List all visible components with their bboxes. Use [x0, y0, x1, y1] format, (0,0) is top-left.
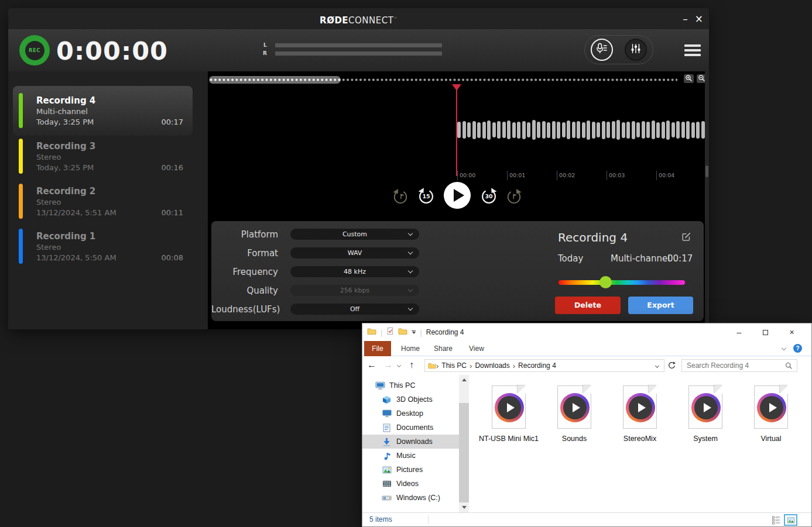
sidebar-item-videos[interactable]: Videos — [362, 477, 459, 491]
sidebar-item-label: Music — [396, 452, 416, 460]
breadcrumb[interactable]: › This PC › Downloads › Recording 4 — [424, 359, 664, 372]
waveform-minimap-viewport[interactable] — [209, 76, 341, 84]
explorer-close-button[interactable]: × — [779, 323, 805, 341]
back-button[interactable]: ← — [367, 360, 376, 370]
status-separator — [428, 515, 429, 524]
faders-icon — [630, 43, 642, 57]
ribbon-collapse-icon[interactable] — [782, 346, 786, 350]
breadcrumb-downloads[interactable]: Downloads — [472, 361, 512, 370]
file-item[interactable]: System — [675, 385, 736, 444]
format-dropdown[interactable]: WAV — [290, 247, 419, 259]
rewind-15-button[interactable]: 15 — [416, 185, 436, 205]
help-button[interactable]: ? — [793, 344, 802, 353]
hamburger-icon — [684, 44, 701, 47]
scroll-up-button[interactable] — [459, 375, 469, 385]
timeline-tick — [457, 171, 458, 180]
sidebar-item-label: Documents — [396, 423, 433, 432]
explorer-minimize-button[interactable]: – — [726, 323, 752, 341]
recording-duration: 00:16 — [162, 163, 183, 172]
recording-list-item[interactable]: Recording 4 Multi-channel Today, 3:25 PM… — [13, 86, 193, 136]
recording-list-item[interactable]: Recording 3 Stereo Today, 3:25 PM 00:16 — [13, 132, 193, 178]
rode-close-button[interactable]: × — [695, 14, 703, 24]
sidebar-item-music[interactable]: Music — [362, 449, 459, 463]
mic-channels-button[interactable] — [591, 39, 613, 61]
menu-button[interactable] — [684, 44, 701, 58]
explorer-maximize-button[interactable] — [752, 323, 779, 341]
timeline-tick — [557, 171, 557, 180]
picture-icon — [382, 466, 392, 474]
thumbnail-view-button[interactable] — [784, 514, 797, 526]
sidebar-item-label: Downloads — [396, 438, 433, 446]
scrollbar-thumb[interactable] — [459, 403, 469, 502]
forward-button: → — [383, 360, 393, 370]
sidebar-item-documents[interactable]: Documents — [362, 421, 459, 435]
recording-color-bar — [19, 93, 23, 128]
level-meter-left — [275, 43, 442, 47]
play-button[interactable] — [444, 182, 471, 209]
thumbnail-view-icon — [787, 517, 795, 523]
sidebar-item-pictures[interactable]: Pictures — [362, 463, 459, 477]
file-name: Virtual — [741, 435, 801, 444]
address-dropdown-icon[interactable] — [655, 363, 659, 367]
history-chevron-icon[interactable] — [397, 363, 401, 367]
frequency-dropdown[interactable]: 48 kHz — [290, 266, 419, 277]
sidebar-item-this-pc[interactable]: This PC — [362, 378, 459, 392]
zoom-in-icon — [685, 73, 693, 84]
platform-dropdown[interactable]: Custom — [290, 229, 419, 240]
maximize-icon — [763, 330, 768, 335]
tab-view[interactable]: View — [469, 341, 484, 356]
sidebar-item-3d-objects[interactable]: 3D Objects — [362, 392, 459, 407]
up-button[interactable]: ↑ — [409, 360, 414, 370]
platform-value: Custom — [290, 229, 419, 240]
skip-to-start-button[interactable] — [391, 187, 410, 205]
recording-channel: Stereo — [36, 243, 61, 252]
toolbar-separator: | — [381, 328, 382, 337]
folder-icon — [367, 327, 376, 337]
zoom-in-button[interactable] — [684, 74, 694, 83]
play-badge-icon — [757, 393, 786, 422]
file-item[interactable]: StereoMix — [609, 385, 670, 444]
scroll-down-button[interactable] — [459, 502, 469, 512]
sidebar-item-desktop[interactable]: Desktop — [362, 407, 459, 421]
rename-button[interactable] — [681, 232, 691, 242]
play-badge-icon — [560, 393, 590, 422]
rode-logo-light: CONNECT — [348, 15, 393, 26]
file-item[interactable]: Virtual — [741, 385, 801, 444]
breadcrumb-this-pc[interactable]: This PC — [438, 361, 470, 370]
recording-list-item[interactable]: Recording 2 Stereo 13/12/2024, 5:51 AM 0… — [13, 177, 193, 223]
loudness-dropdown[interactable]: Off — [290, 304, 419, 315]
wave-scrollbar-thumb[interactable] — [705, 166, 708, 177]
search-input[interactable]: Search Recording 4 — [681, 359, 797, 372]
sidebar-item-label: Pictures — [396, 466, 423, 474]
sidebar-scrollbar[interactable] — [459, 375, 469, 512]
delete-button[interactable]: Delete — [555, 297, 621, 314]
details-view-button[interactable] — [772, 515, 781, 525]
rode-minimize-button[interactable]: – — [683, 14, 688, 24]
sidebar-item-windows-c[interactable]: Windows (C:) — [362, 491, 459, 505]
loudness-value: Off — [290, 304, 419, 315]
properties-icon[interactable] — [386, 327, 394, 337]
play-icon — [454, 189, 464, 202]
refresh-button[interactable] — [667, 361, 677, 370]
breadcrumb-recording-4[interactable]: Recording 4 — [515, 361, 559, 370]
slider-thumb[interactable] — [599, 276, 612, 288]
new-folder-icon[interactable] — [398, 327, 407, 337]
skip-to-end-button[interactable] — [505, 187, 523, 205]
export-button[interactable]: Export — [628, 297, 693, 314]
sidebar-item-downloads[interactable]: Downloads — [362, 435, 459, 449]
color-picker-slider[interactable] — [559, 280, 685, 285]
file-item[interactable]: NT-USB Mini Mic1 — [478, 385, 539, 444]
tab-home[interactable]: Home — [401, 341, 420, 356]
mixer-button[interactable] — [625, 39, 647, 61]
skip-back-flag-icon — [391, 187, 410, 205]
status-bar: 5 items — [362, 512, 811, 526]
recording-list-item[interactable]: Recording 1 Stereo 13/12/2024, 5:50 AM 0… — [13, 222, 193, 268]
tab-file[interactable]: File — [364, 341, 391, 356]
forward-30-button[interactable]: 30 — [479, 185, 499, 205]
file-item[interactable]: Sounds — [544, 385, 605, 444]
tab-share[interactable]: Share — [434, 341, 453, 356]
platform-label: Platform — [211, 226, 278, 243]
record-button[interactable]: REC — [19, 35, 50, 66]
wave-scrollbar[interactable] — [705, 71, 709, 329]
quick-access-customize-icon[interactable] — [412, 330, 416, 335]
